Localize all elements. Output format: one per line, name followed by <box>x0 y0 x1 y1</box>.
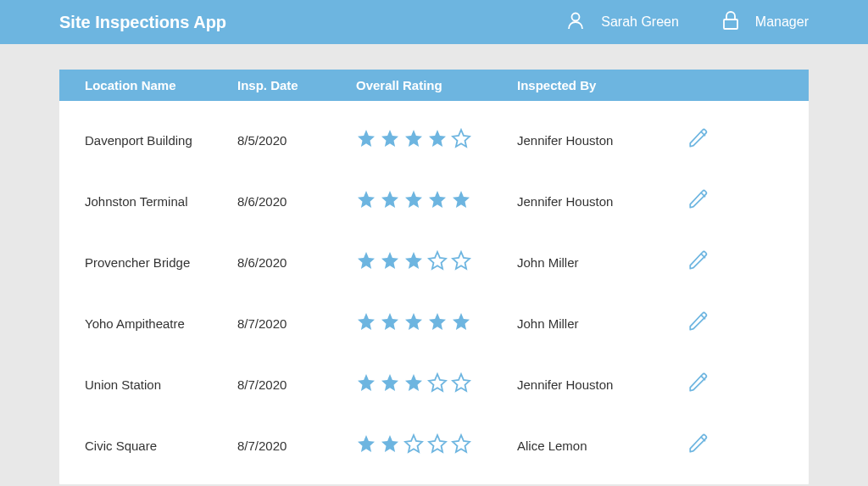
star-filled-icon <box>427 128 448 152</box>
date-cell: 8/6/2020 <box>237 255 356 270</box>
location-cell: Provencher Bridge <box>85 255 237 270</box>
edit-button[interactable] <box>687 311 710 335</box>
lock-icon <box>721 10 740 34</box>
star-outline-icon <box>451 128 471 152</box>
edit-cell <box>687 250 783 274</box>
star-filled-icon <box>356 372 376 396</box>
column-header-location[interactable]: Location Name <box>85 78 237 92</box>
inspector-cell: Alice Lemon <box>517 439 687 453</box>
pencil-icon <box>687 127 709 153</box>
table-row: Johnston Terminal8/6/2020Jennifer Housto… <box>59 170 809 232</box>
star-filled-icon <box>403 372 424 396</box>
star-outline-icon <box>427 372 448 396</box>
column-header-inspector[interactable]: Inspected By <box>517 78 687 92</box>
table-header: Location Name Insp. Date Overall Rating … <box>59 70 809 101</box>
star-filled-icon <box>380 128 400 152</box>
star-outline-icon <box>451 372 471 396</box>
table-row: Union Station8/7/2020Jennifer Houston <box>59 354 809 415</box>
star-filled-icon <box>427 311 448 335</box>
user-name-label: Sarah Green <box>601 14 679 30</box>
table-row: Civic Square8/7/2020Alice Lemon <box>59 415 809 476</box>
star-filled-icon <box>380 189 400 213</box>
content-area: Location Name Insp. Date Overall Rating … <box>0 44 868 486</box>
star-filled-icon <box>356 189 376 213</box>
star-filled-icon <box>380 372 400 396</box>
edit-cell <box>687 128 783 152</box>
star-outline-icon <box>451 433 471 457</box>
app-title: Site Inspections App <box>59 13 226 32</box>
table-body: Davenport Building8/5/2020Jennifer Houst… <box>59 101 809 484</box>
pencil-icon <box>687 310 709 336</box>
pencil-icon <box>687 249 709 275</box>
column-header-edit <box>687 78 783 92</box>
location-cell: Davenport Building <box>85 133 237 148</box>
date-cell: 8/5/2020 <box>237 133 356 148</box>
star-outline-icon <box>427 250 448 274</box>
location-cell: Union Station <box>85 377 237 392</box>
rating-cell <box>356 311 517 335</box>
inspector-cell: John Miller <box>517 255 687 270</box>
star-outline-icon <box>403 433 424 457</box>
column-header-date[interactable]: Insp. Date <box>237 78 356 92</box>
edit-cell <box>687 372 783 396</box>
inspector-cell: John Miller <box>517 316 687 331</box>
pencil-icon <box>687 433 709 458</box>
star-filled-icon <box>380 311 400 335</box>
date-cell: 8/6/2020 <box>237 194 356 209</box>
header-right: Sarah Green Manager <box>565 10 809 34</box>
svg-point-0 <box>572 14 580 21</box>
inspector-cell: Jennifer Houston <box>517 194 687 209</box>
inspections-table: Location Name Insp. Date Overall Rating … <box>59 70 809 484</box>
date-cell: 8/7/2020 <box>237 439 356 453</box>
star-filled-icon <box>451 189 471 213</box>
inspector-cell: Jennifer Houston <box>517 133 687 148</box>
star-filled-icon <box>427 189 448 213</box>
star-filled-icon <box>451 311 471 335</box>
edit-button[interactable] <box>687 128 710 152</box>
star-filled-icon <box>403 128 424 152</box>
pencil-icon <box>687 371 709 397</box>
rating-cell <box>356 128 517 152</box>
star-filled-icon <box>403 311 424 335</box>
star-outline-icon <box>451 250 471 274</box>
edit-button[interactable] <box>687 250 710 274</box>
role-section[interactable]: Manager <box>721 10 809 34</box>
edit-cell <box>687 433 783 457</box>
date-cell: 8/7/2020 <box>237 377 356 392</box>
rating-cell <box>356 189 517 213</box>
edit-cell <box>687 311 783 335</box>
edit-button[interactable] <box>687 372 710 396</box>
location-cell: Civic Square <box>85 439 237 453</box>
star-filled-icon <box>380 433 400 457</box>
star-outline-icon <box>427 433 448 457</box>
star-filled-icon <box>356 128 376 152</box>
column-header-rating[interactable]: Overall Rating <box>356 78 517 92</box>
pencil-icon <box>687 188 709 214</box>
table-row: Yoho Ampitheatre8/7/2020John Miller <box>59 293 809 354</box>
rating-cell <box>356 250 517 274</box>
location-cell: Yoho Ampitheatre <box>85 316 237 331</box>
star-filled-icon <box>356 311 376 335</box>
svg-rect-1 <box>724 20 737 29</box>
edit-button[interactable] <box>687 189 710 213</box>
rating-cell <box>356 372 517 396</box>
table-row: Provencher Bridge8/6/2020John Miller <box>59 232 809 293</box>
star-filled-icon <box>356 433 376 457</box>
star-filled-icon <box>356 250 376 274</box>
edit-cell <box>687 189 783 213</box>
person-icon <box>565 10 586 34</box>
star-filled-icon <box>403 189 424 213</box>
inspector-cell: Jennifer Houston <box>517 377 687 392</box>
date-cell: 8/7/2020 <box>237 316 356 331</box>
rating-cell <box>356 433 517 457</box>
location-cell: Johnston Terminal <box>85 194 237 209</box>
table-row: Davenport Building8/5/2020Jennifer Houst… <box>59 109 809 170</box>
star-filled-icon <box>403 250 424 274</box>
edit-button[interactable] <box>687 433 710 457</box>
user-section[interactable]: Sarah Green <box>565 10 679 34</box>
app-header: Site Inspections App Sarah Green Manager <box>0 0 868 44</box>
role-name-label: Manager <box>755 14 809 30</box>
star-filled-icon <box>380 250 400 274</box>
